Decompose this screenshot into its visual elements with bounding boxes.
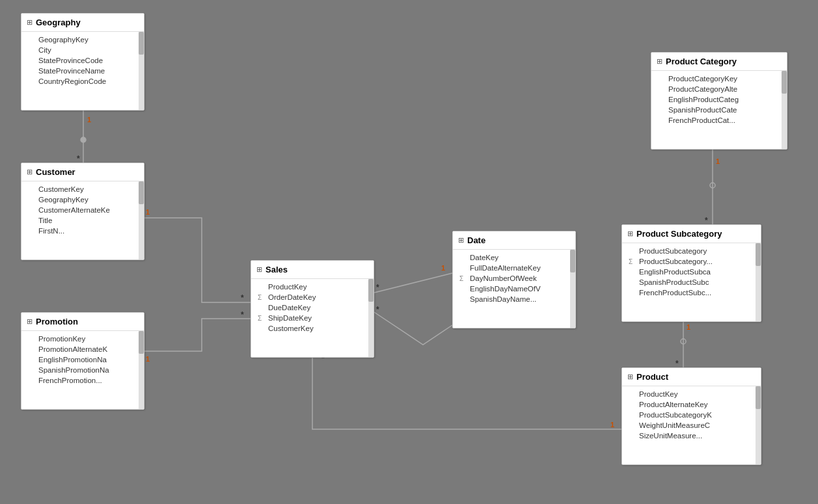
table-promotion-title: Promotion — [36, 317, 78, 326]
svg-text:1: 1 — [441, 264, 445, 272]
svg-text:*: * — [675, 359, 679, 368]
table-promotion-header: ⊞ Promotion — [21, 313, 144, 331]
list-item: DueDateKey — [251, 302, 374, 313]
list-item: StateProvinceCode — [21, 55, 144, 66]
svg-text:*: * — [77, 154, 80, 163]
list-item: SizeUnitMeasure... — [622, 431, 761, 441]
table-sales-body: ProductKey ΣOrderDateKey DueDateKey ΣShi… — [251, 279, 374, 357]
scrollbar[interactable] — [756, 243, 761, 321]
list-item: PromotionAlternateK — [21, 344, 144, 354]
table-geography-title: Geography — [36, 18, 81, 27]
scrollbar[interactable] — [570, 250, 575, 328]
list-item: ProductAlternateKey — [622, 399, 761, 410]
list-item: StateProvinceName — [21, 66, 144, 76]
table-icon: ⊞ — [27, 168, 33, 176]
svg-text:1: 1 — [687, 323, 690, 331]
table-icon: ⊞ — [627, 373, 633, 381]
list-item: ΣOrderDateKey — [251, 292, 374, 302]
scrollbar[interactable] — [139, 181, 144, 259]
table-date-title: Date — [467, 235, 485, 245]
list-item: ΣProductSubcategory... — [622, 256, 761, 267]
table-product-subcategory-body: ProductSubcategory ΣProductSubcategory..… — [622, 243, 761, 321]
list-item: DateKey — [453, 252, 575, 263]
table-promotion-body: PromotionKey PromotionAlternateK English… — [21, 331, 144, 409]
svg-text:1: 1 — [610, 421, 614, 429]
table-geography-header: ⊞ Geography — [21, 14, 144, 32]
table-date[interactable]: ⊞ Date DateKey FullDateAlternateKey ΣDay… — [452, 231, 576, 328]
table-product-category-title: Product Category — [666, 57, 737, 66]
list-item: CountryRegionCode — [21, 76, 144, 86]
svg-text:1: 1 — [87, 116, 91, 124]
list-item: CustomerKey — [21, 184, 144, 194]
table-icon: ⊞ — [458, 236, 464, 245]
list-item: FullDateAlternateKey — [453, 263, 575, 273]
svg-text:*: * — [705, 216, 708, 225]
list-item: EnglishPromotionNa — [21, 354, 144, 365]
list-item: ΣDayNumberOfWeek — [453, 273, 575, 284]
table-product-subcategory[interactable]: ⊞ Product Subcategory ProductSubcategory… — [621, 224, 761, 322]
table-product-body: ProductKey ProductAlternateKey ProductSu… — [622, 386, 761, 464]
svg-text:*: * — [376, 305, 379, 314]
diagram-canvas: 1 * 1 * 1 * * 1 * * 1 1 * 1 * ⊞ — [0, 0, 818, 504]
scrollbar[interactable] — [139, 32, 144, 110]
svg-point-15 — [710, 183, 715, 188]
table-geography-body: GeographyKey City StateProvinceCode Stat… — [21, 32, 144, 110]
list-item: SpanishPromotionNa — [21, 365, 144, 375]
scrollbar[interactable] — [782, 71, 787, 149]
table-product-subcategory-header: ⊞ Product Subcategory — [622, 225, 761, 243]
list-item: SpanishProductCate — [651, 105, 787, 115]
table-sales[interactable]: ⊞ Sales ProductKey ΣOrderDateKey DueDate… — [251, 260, 374, 358]
svg-text:1: 1 — [146, 355, 150, 363]
table-date-header: ⊞ Date — [453, 232, 575, 250]
list-item: CustomerAlternateKe — [21, 205, 144, 215]
table-icon: ⊞ — [627, 230, 633, 238]
sigma-icon: Σ — [258, 294, 266, 301]
list-item: ProductKey — [251, 282, 374, 292]
svg-text:*: * — [241, 310, 244, 319]
list-item: City — [21, 45, 144, 55]
list-item: ProductSubcategoryK — [622, 410, 761, 420]
table-product[interactable]: ⊞ Product ProductKey ProductAlternateKey… — [621, 367, 761, 465]
scrollbar[interactable] — [139, 331, 144, 409]
table-date-body: DateKey FullDateAlternateKey ΣDayNumberO… — [453, 250, 575, 328]
list-item: SpanishProductSubc — [622, 277, 761, 287]
list-item: GeographyKey — [21, 34, 144, 45]
svg-text:*: * — [241, 293, 244, 302]
table-customer-header: ⊞ Customer — [21, 163, 144, 181]
list-item: SpanishDayName... — [453, 294, 575, 304]
sigma-icon: Σ — [459, 275, 467, 282]
svg-text:1: 1 — [716, 157, 720, 165]
list-item: ProductSubcategory — [622, 246, 761, 256]
list-item: EnglishDayNameOfV — [453, 284, 575, 294]
table-promotion[interactable]: ⊞ Promotion PromotionKey PromotionAltern… — [21, 312, 144, 410]
list-item: FrenchPromotion... — [21, 375, 144, 386]
list-item: EnglishProductCateg — [651, 94, 787, 105]
table-product-title: Product — [636, 372, 668, 382]
svg-text:*: * — [376, 283, 379, 292]
table-product-subcategory-title: Product Subcategory — [636, 229, 722, 239]
table-product-category[interactable]: ⊞ Product Category ProductCategoryKey Pr… — [651, 52, 787, 150]
list-item: FrenchProductCat... — [651, 115, 787, 126]
scrollbar[interactable] — [368, 279, 374, 357]
table-icon: ⊞ — [27, 18, 33, 27]
table-customer-body: CustomerKey GeographyKey CustomerAlterna… — [21, 181, 144, 259]
table-icon: ⊞ — [256, 265, 262, 274]
svg-text:1: 1 — [146, 208, 150, 216]
table-sales-title: Sales — [266, 265, 288, 274]
list-item: CustomerKey — [251, 323, 374, 334]
table-product-category-body: ProductCategoryKey ProductCategoryAlte E… — [651, 71, 787, 149]
table-customer[interactable]: ⊞ Customer CustomerKey GeographyKey Cust… — [21, 163, 144, 260]
svg-point-18 — [681, 339, 686, 344]
sigma-icon: Σ — [629, 258, 636, 265]
list-item: ProductCategoryKey — [651, 73, 787, 84]
sigma-icon: Σ — [258, 315, 266, 322]
table-geography[interactable]: ⊞ Geography GeographyKey City StateProvi… — [21, 13, 144, 111]
list-item: ProductCategoryAlte — [651, 84, 787, 94]
table-product-category-header: ⊞ Product Category — [651, 53, 787, 71]
list-item: EnglishProductSubca — [622, 267, 761, 277]
table-icon: ⊞ — [27, 317, 33, 326]
svg-point-1 — [81, 137, 86, 142]
table-product-header: ⊞ Product — [622, 368, 761, 386]
list-item: WeightUnitMeasureC — [622, 420, 761, 431]
scrollbar[interactable] — [756, 386, 761, 464]
